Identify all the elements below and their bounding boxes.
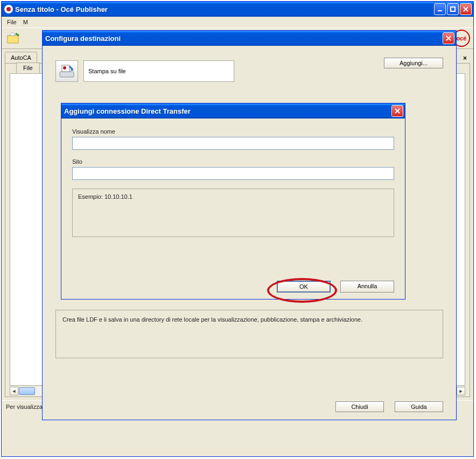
cancel-button[interactable]: Annulla [340, 281, 394, 293]
close-dialog-button[interactable]: Chiudi [335, 401, 384, 412]
help-button[interactable]: Guida [395, 401, 443, 412]
dialog1-title: Configura destinazioni [45, 34, 443, 43]
add-button[interactable]: Aggiungi... [384, 58, 443, 68]
toolbar-icon-1[interactable] [5, 30, 22, 47]
sub-tab-file[interactable]: File [16, 62, 40, 73]
app-icon [4, 5, 13, 13]
print-to-file-icon [55, 60, 78, 82]
svg-rect-2 [451, 7, 455, 11]
svg-rect-1 [438, 10, 442, 11]
display-name-label: Visualizza nome [72, 128, 394, 135]
example-text: Esempio: 10.10.10.1 [78, 193, 132, 200]
maximize-button[interactable] [447, 3, 459, 15]
svg-marker-6 [9, 32, 16, 36]
destination-label-text: Stampa su file [88, 68, 126, 74]
destination-label: Stampa su file [83, 60, 234, 82]
site-input[interactable] [72, 167, 394, 180]
menubar: File M [2, 17, 473, 27]
main-titlebar[interactable]: Senza titolo - Océ Publisher [2, 2, 473, 17]
example-box: Esempio: 10.10.10.1 [72, 189, 394, 237]
tab-autoca[interactable]: AutoCA [5, 52, 37, 63]
menu-m[interactable]: M [20, 18, 31, 26]
scroll-thumb[interactable] [19, 387, 35, 395]
scroll-right-button[interactable]: ► [457, 387, 465, 395]
tab-close-button[interactable]: × [460, 53, 470, 63]
display-name-input[interactable] [72, 137, 394, 150]
minimize-button[interactable] [434, 3, 446, 15]
dialog1-close-button[interactable] [443, 32, 454, 44]
svg-point-0 [6, 7, 11, 11]
description-text: Crea file LDF e li salva in una director… [62, 316, 362, 323]
ok-button[interactable]: OK [277, 281, 331, 293]
dialog1-titlebar[interactable]: Configura destinazioni [43, 31, 456, 46]
site-label: Sito [72, 158, 394, 165]
scroll-left-button[interactable]: ◄ [10, 387, 18, 395]
svg-point-11 [63, 66, 66, 69]
dialog2-titlebar[interactable]: Aggiungi connessione Direct Transfer [61, 103, 405, 119]
svg-rect-5 [8, 36, 18, 43]
description-box: Crea file LDF e li salva in una director… [55, 310, 443, 358]
add-direct-transfer-dialog: Aggiungi connessione Direct Transfer Vis… [61, 103, 405, 300]
svg-rect-9 [60, 72, 74, 77]
dialog2-close-button[interactable] [391, 105, 403, 117]
window-title: Senza titolo - Océ Publisher [15, 5, 434, 13]
dialog2-title: Aggiungi connessione Direct Transfer [64, 107, 391, 115]
close-button[interactable] [460, 3, 472, 15]
menu-file[interactable]: File [4, 18, 20, 26]
